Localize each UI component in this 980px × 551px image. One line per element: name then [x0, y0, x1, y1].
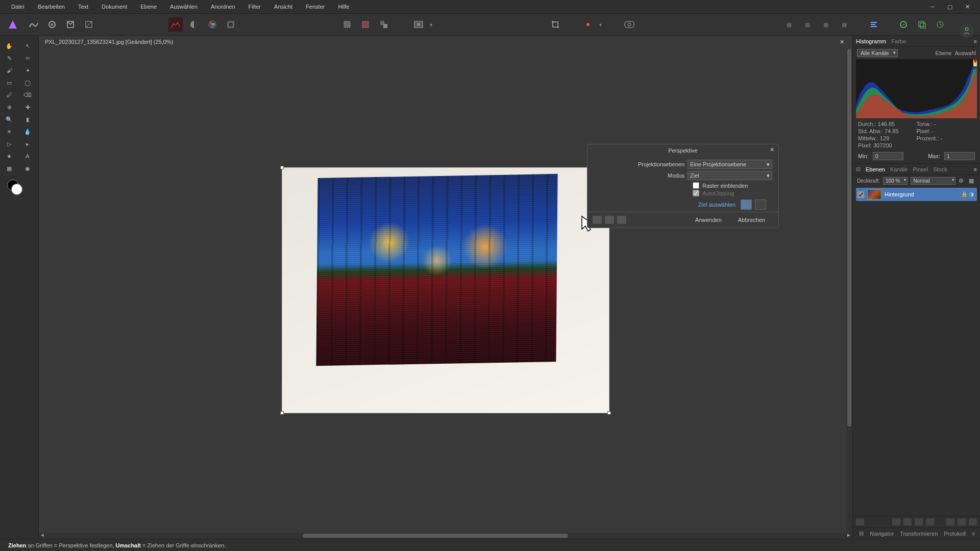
dialog-titlebar[interactable]: Perspektive ✕ — [587, 144, 778, 157]
preview-icon[interactable] — [622, 17, 636, 32]
min-input[interactable] — [873, 152, 903, 160]
layer-options-icon[interactable]: ▦ — [969, 178, 976, 185]
brush-tool-icon[interactable]: 🖌 — [0, 64, 18, 77]
persona-liquify-icon[interactable] — [45, 17, 59, 32]
selection-mode-3-icon[interactable] — [377, 17, 391, 32]
preview-toggle-icon[interactable] — [593, 216, 602, 224]
persona-develop-icon[interactable] — [63, 17, 78, 32]
menu-document[interactable]: Dokument — [99, 2, 130, 12]
chevron-down-icon[interactable]: ▾ — [430, 22, 432, 28]
mode-dropdown[interactable]: Ziel▾ — [688, 171, 772, 180]
toggle-before-icon[interactable] — [741, 199, 752, 210]
tab-transform[interactable]: Transformieren — [900, 531, 938, 537]
perspective-dialog[interactable]: Perspektive ✕ Projektionsebenen Eine Pro… — [587, 144, 779, 228]
gear-icon[interactable]: ⚙ — [959, 178, 966, 185]
perspective-handle-tl[interactable] — [280, 166, 284, 169]
sync-2-icon[interactable] — [915, 17, 929, 32]
mask-icon[interactable] — [892, 518, 900, 525]
layers-filter-icon[interactable] — [856, 518, 864, 525]
menu-arrange[interactable]: Anordnen — [208, 2, 238, 12]
projection-dropdown[interactable]: Eine Projektionsebene▾ — [688, 160, 772, 169]
wand-tool-icon[interactable]: ✦ — [18, 64, 37, 77]
tab-navigator[interactable]: Navigator — [870, 531, 894, 537]
blendmode-dropdown[interactable]: Normal — [911, 177, 955, 185]
layer-visibility-checkbox[interactable] — [857, 191, 864, 198]
hand-tool-icon[interactable]: ✋ — [0, 40, 18, 52]
menu-help[interactable]: Hilfe — [335, 2, 352, 12]
crop-icon[interactable] — [548, 17, 562, 32]
text-tool-icon[interactable]: A — [18, 150, 37, 162]
merge-icon[interactable] — [969, 518, 977, 525]
marquee-tool-icon[interactable]: ▭ — [0, 77, 18, 89]
selection-mode-1-icon[interactable] — [340, 17, 354, 32]
eraser-tool-icon[interactable]: ⌫ — [18, 89, 37, 101]
dialog-close-icon[interactable]: ✕ — [770, 146, 774, 153]
vertical-scrollbar-thumb[interactable] — [847, 49, 851, 427]
menu-text[interactable]: Text — [75, 2, 91, 12]
assistant-icon[interactable] — [581, 17, 595, 32]
tab-brushes[interactable]: Pinsel — [913, 166, 928, 172]
layer-name[interactable]: Hintergrund — [885, 191, 958, 197]
layer-row[interactable]: Hintergrund 🔒◑ — [856, 188, 977, 201]
grid-tool-icon[interactable]: ▦ — [0, 162, 18, 174]
canvas-image[interactable] — [282, 168, 609, 413]
tab-histogram[interactable]: Histogramm — [856, 38, 886, 44]
quickmask-icon[interactable] — [411, 17, 426, 32]
apply-button[interactable]: Anwenden — [687, 215, 730, 224]
autocolor-icon[interactable] — [168, 17, 183, 32]
panel-expand-icon[interactable]: ⊟ — [859, 530, 864, 537]
selection-mode-2-icon[interactable] — [358, 17, 373, 32]
menu-edit[interactable]: Bearbeiten — [35, 2, 68, 12]
lasso-tool-icon[interactable]: ◯ — [18, 77, 37, 89]
crop-tool-icon[interactable]: ✂ — [18, 52, 37, 64]
menu-filter[interactable]: Filter — [246, 2, 264, 12]
shape-tool-icon[interactable]: ▷ — [0, 138, 18, 150]
horizontal-scrollbar[interactable]: ◄ ► — [39, 533, 852, 539]
vertical-scrollbar[interactable] — [846, 50, 852, 533]
tab-channels[interactable]: Kanäle — [890, 166, 908, 172]
blur-tool-icon[interactable]: 💧 — [18, 126, 37, 138]
scope-layer[interactable]: Ebene — [936, 50, 952, 56]
foreground-color-swatch[interactable] — [11, 184, 22, 195]
opacity-dropdown[interactable]: 100 % — [883, 177, 908, 185]
cancel-button[interactable]: Abbrechen — [730, 215, 773, 224]
sync-3-icon[interactable] — [933, 17, 947, 32]
persona-photo-icon[interactable] — [27, 17, 41, 32]
horizontal-scrollbar-thumb[interactable] — [303, 534, 568, 538]
close-window-button[interactable]: ✕ — [959, 1, 976, 12]
tab-layers[interactable]: Ebenen — [866, 166, 885, 172]
select-target-button[interactable]: Ziel auswählen — [698, 202, 736, 208]
sync-1-icon[interactable] — [896, 17, 911, 32]
toggle-after-icon[interactable] — [755, 199, 766, 210]
group-icon[interactable] — [926, 518, 934, 525]
scroll-left-icon[interactable]: ◄ — [40, 532, 45, 538]
mirror-preview-icon[interactable] — [617, 216, 626, 224]
panel-menu-icon[interactable]: ≡ — [974, 166, 977, 172]
layer-thumbnail[interactable] — [867, 189, 881, 199]
link-icon[interactable]: ◑ — [969, 191, 975, 197]
pen-tool-icon[interactable]: ✎ — [0, 52, 18, 64]
document-tab[interactable]: PXL_20230127_135623241.jpg [Geändert] (2… — [39, 36, 852, 48]
minimize-button[interactable]: ─ — [924, 1, 941, 12]
perspective-handle-bl[interactable] — [280, 411, 284, 415]
align-panel-icon[interactable] — [867, 17, 881, 32]
canvas-viewport[interactable] — [39, 48, 852, 533]
panel-menu-icon[interactable]: ≡ — [974, 38, 977, 44]
tab-history[interactable]: Protokoll — [944, 531, 966, 537]
dodge-tool-icon[interactable]: ☀ — [0, 126, 18, 138]
fx-icon[interactable] — [915, 518, 923, 525]
split-preview-icon[interactable] — [605, 216, 614, 224]
zoom-tool-icon[interactable]: 🔍 — [0, 113, 18, 126]
autodistort-icon[interactable] — [224, 17, 238, 32]
max-input[interactable] — [944, 152, 975, 160]
maximize-button[interactable]: ▢ — [941, 1, 959, 12]
autowhitebalance-icon[interactable] — [205, 17, 219, 32]
star-tool-icon[interactable]: ★ — [0, 150, 18, 162]
delete-icon[interactable] — [958, 518, 966, 525]
layers-panel-collapse-icon[interactable]: ⊟ — [856, 166, 861, 172]
menu-layer[interactable]: Ebene — [137, 2, 160, 12]
tab-stock[interactable]: Stock — [933, 166, 947, 172]
lock-icon[interactable]: 🔒 — [961, 191, 967, 197]
menu-window[interactable]: Fenster — [303, 2, 328, 12]
node-tool-icon[interactable]: ▸ — [18, 138, 37, 150]
